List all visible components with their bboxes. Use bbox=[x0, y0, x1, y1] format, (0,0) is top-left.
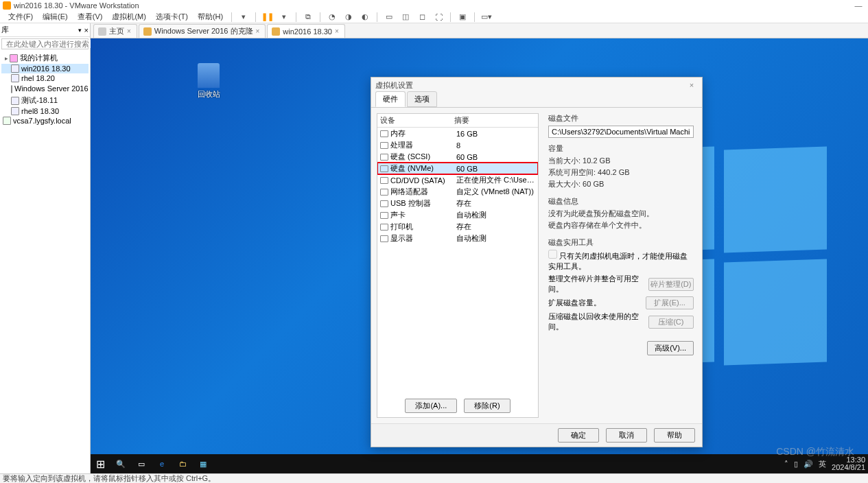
tray-lang[interactable]: 英 bbox=[819, 459, 826, 469]
dialog-close-icon[interactable]: × bbox=[685, 81, 698, 89]
sidebar-header: 库 ▾ × bbox=[0, 23, 90, 37]
menu-view[interactable]: 查看(V) bbox=[73, 11, 107, 23]
device-row-net[interactable]: 网络适配器自定义 (VMnet8 (NAT)) bbox=[377, 186, 538, 198]
diskfile-input[interactable] bbox=[548, 126, 694, 138]
sidebar-close-icon[interactable]: × bbox=[84, 26, 89, 34]
defrag-text: 整理文件碎片并整合可用空间。 bbox=[548, 274, 648, 294]
current-size: 当前大小: 10.2 GB bbox=[548, 156, 694, 166]
vm-icon bbox=[11, 107, 19, 115]
diskinfo-line1: 没有为此硬盘预分配磁盘空间。 bbox=[548, 209, 694, 219]
toolbar-snapshot-mgr-icon[interactable]: ◑ bbox=[343, 12, 354, 23]
diskfile-label: 磁盘文件 bbox=[548, 113, 694, 123]
library-dropdown-icon[interactable]: ▾ bbox=[78, 27, 82, 34]
tray-volume-icon[interactable]: 🔊 bbox=[804, 460, 813, 469]
search-task-icon[interactable]: 🔍 bbox=[114, 457, 128, 471]
start-button[interactable]: ⊞ bbox=[93, 457, 107, 471]
free-space: 系统可用空间: 440.2 GB bbox=[548, 167, 694, 178]
tree-root-my-computer[interactable]: ▸ 我的计算机 bbox=[1, 52, 89, 64]
tab-close-icon[interactable]: × bbox=[335, 27, 339, 35]
usb-icon bbox=[380, 200, 388, 207]
tab-options[interactable]: 选项 bbox=[407, 91, 437, 107]
remove-device-button[interactable]: 移除(R) bbox=[464, 399, 510, 413]
hdd-icon bbox=[380, 165, 388, 172]
advanced-button[interactable]: 高级(V)... bbox=[647, 341, 694, 355]
add-device-button[interactable]: 添加(A)... bbox=[405, 399, 457, 413]
recycle-bin[interactable]: 回收站 bbox=[195, 63, 222, 99]
taskview-icon[interactable]: ▭ bbox=[134, 457, 148, 471]
defrag-button[interactable]: 碎片整理(D) bbox=[648, 278, 694, 291]
tray-network-icon[interactable]: ▯ bbox=[794, 460, 798, 469]
menu-edit[interactable]: 编辑(E) bbox=[38, 11, 72, 23]
tab-winserver-clone[interactable]: Windows Server 2016 的克隆× bbox=[139, 24, 266, 38]
tray-up-icon[interactable]: ˄ bbox=[784, 460, 788, 469]
vm-item-test1811[interactable]: 测试-18.11 bbox=[1, 95, 89, 106]
library-sidebar: 库 ▾ × ▾ ▸ 我的计算机 win2016 18.30 rhel 18.20… bbox=[0, 23, 91, 473]
vm-item-vcsa7[interactable]: vcsa7.lygsfy.local bbox=[1, 116, 89, 126]
menu-tabs[interactable]: 选项卡(T) bbox=[152, 11, 192, 23]
expand-button[interactable]: 扩展(E)... bbox=[646, 296, 694, 309]
toolbar-library-icon[interactable]: ▭▾ bbox=[481, 12, 492, 23]
tree-root-label: 我的计算机 bbox=[20, 53, 58, 63]
toolbar-fullscreen-icon[interactable]: ⛶ bbox=[433, 12, 444, 23]
ok-button[interactable]: 确定 bbox=[558, 428, 599, 443]
compact-button[interactable]: 压缩(C) bbox=[648, 316, 694, 329]
vm-view: 主页× Windows Server 2016 的克隆× win2016 18.… bbox=[91, 23, 868, 473]
disp-icon bbox=[380, 235, 388, 242]
toolbar-revert-icon[interactable]: ◐ bbox=[360, 12, 371, 23]
system-tray: ˄ ▯ 🔊 英 13:30 2024/8/21 bbox=[784, 456, 865, 471]
tab-close-icon[interactable]: × bbox=[256, 27, 260, 35]
vm-item-winserver-clone[interactable]: Windows Server 2016 的克 bbox=[1, 83, 89, 95]
app-title: win2016 18.30 - VMware Workstation bbox=[14, 1, 852, 10]
vmware-icon bbox=[3, 1, 11, 10]
menu-vm[interactable]: 虚拟机(M) bbox=[108, 11, 150, 23]
help-button[interactable]: 帮助 bbox=[654, 428, 695, 443]
menu-file[interactable]: 文件(F) bbox=[4, 11, 37, 23]
minimize-button[interactable]: — bbox=[852, 1, 865, 10]
recycle-bin-label: 回收站 bbox=[195, 89, 222, 99]
expand-icon[interactable]: ▸ bbox=[3, 55, 10, 62]
device-row-cpu[interactable]: 处理器8 bbox=[377, 139, 538, 151]
vm-item-rhel1820[interactable]: rhel 18.20 bbox=[1, 73, 89, 83]
toolbar-back-icon[interactable]: ▾ bbox=[238, 12, 249, 23]
device-row-snd[interactable]: 声卡自动检测 bbox=[377, 209, 538, 221]
guest-taskbar: ⊞ 🔍 ▭ e 🗀 ▦ ˄ ▯ 🔊 英 13:30 2024/8/21 bbox=[91, 454, 868, 473]
server-manager-icon[interactable]: ▦ bbox=[196, 457, 210, 471]
prn-icon bbox=[380, 224, 388, 231]
hdd-icon bbox=[380, 154, 388, 161]
device-row-disp[interactable]: 显示器自动检测 bbox=[377, 233, 538, 244]
device-row-hdd[interactable]: 硬盘 (SCSI)60 GB bbox=[377, 151, 538, 163]
device-row-usb[interactable]: USB 控制器存在 bbox=[377, 198, 538, 209]
toolbar-unity-icon[interactable]: ◻ bbox=[417, 12, 427, 23]
capacity-label: 容量 bbox=[548, 143, 694, 154]
toolbar-pause-icon[interactable]: ❚❚ bbox=[262, 12, 273, 23]
toolbar-fit-window-icon[interactable]: ◫ bbox=[400, 12, 411, 23]
tab-close-icon[interactable]: × bbox=[127, 27, 131, 35]
device-row-mem[interactable]: 内存16 GB bbox=[377, 128, 538, 139]
device-detail-pane: 磁盘文件 容量 当前大小: 10.2 GB 系统可用空间: 440.2 GB 最… bbox=[546, 113, 696, 418]
device-row-hdd[interactable]: 硬盘 (NVMe)60 GB bbox=[377, 163, 538, 174]
tab-win2016[interactable]: win2016 18.30× bbox=[267, 24, 344, 38]
dialog-titlebar[interactable]: 虚拟机设置 × bbox=[371, 78, 702, 93]
tab-strip: 主页× Windows Server 2016 的克隆× win2016 18.… bbox=[91, 23, 868, 38]
tab-hardware[interactable]: 硬件 bbox=[375, 91, 406, 107]
toolbar-snapshot-icon[interactable]: ◔ bbox=[327, 12, 338, 23]
tray-date[interactable]: 2024/8/21 bbox=[832, 464, 865, 471]
toolbar-fit-guest-icon[interactable]: ▭ bbox=[384, 12, 395, 23]
tab-home[interactable]: 主页× bbox=[93, 24, 137, 38]
sidebar-search-box[interactable]: ▾ bbox=[1, 38, 89, 49]
vm-item-win2016[interactable]: win2016 18.30 bbox=[1, 64, 89, 73]
menu-help[interactable]: 帮助(H) bbox=[193, 11, 227, 23]
library-label: 库 bbox=[1, 25, 9, 35]
search-input[interactable] bbox=[6, 40, 101, 48]
tools-poweroff-note: 只有关闭虚拟机电源时，才能使用磁盘实用工具。 bbox=[548, 250, 694, 272]
toolbar-send-keys-icon[interactable]: ⧉ bbox=[303, 12, 314, 23]
disktools-label: 磁盘实用工具 bbox=[548, 237, 694, 248]
toolbar-dropdown-icon[interactable]: ▾ bbox=[279, 12, 290, 23]
device-row-cd[interactable]: CD/DVD (SATA)正在使用文件 C:\Users\32792\... bbox=[377, 174, 538, 186]
vm-item-rhel8[interactable]: rhel8 18.30 bbox=[1, 106, 89, 116]
ie-icon[interactable]: e bbox=[155, 457, 169, 471]
toolbar-thumbnail-icon[interactable]: ▣ bbox=[457, 12, 468, 23]
cancel-button[interactable]: 取消 bbox=[606, 428, 647, 443]
device-row-prn[interactable]: 打印机存在 bbox=[377, 221, 538, 233]
explorer-icon[interactable]: 🗀 bbox=[176, 457, 189, 471]
